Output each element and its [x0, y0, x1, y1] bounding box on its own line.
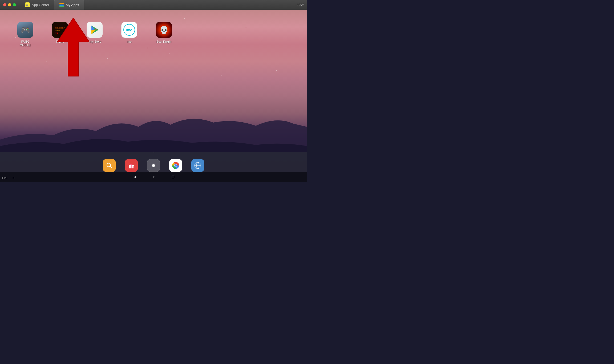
my-apps-label: My Apps	[66, 3, 79, 7]
time-display: 10:28	[297, 3, 304, 6]
svg-rect-5	[59, 5, 64, 6]
svg-point-29	[154, 166, 155, 167]
pubg-bg: 🎮	[17, 22, 33, 38]
svg-rect-2	[26, 5, 28, 5]
tab-my-apps[interactable]: My Apps	[54, 0, 84, 10]
soul-knight-bg: 💀	[156, 22, 172, 38]
app-center-label: App Center	[32, 3, 49, 7]
my-apps-icon	[59, 3, 64, 7]
app-center-icon	[25, 2, 30, 7]
taskbar-main: ^	[0, 152, 307, 172]
nav-recents-button[interactable]: □	[172, 175, 174, 179]
twau-icon: THE WOLF AMONG US	[52, 22, 68, 38]
svg-point-27	[152, 166, 153, 167]
play-store-icon	[87, 22, 103, 38]
svg-point-22	[153, 164, 154, 165]
svg-point-23	[154, 164, 155, 165]
app-pubg-mobile[interactable]: 🎮 PUBG MOBILE	[16, 22, 35, 47]
taskbar-globe-icon[interactable]	[191, 159, 204, 172]
nav-bar: ◄ ○ □	[0, 172, 307, 182]
nav-home-button[interactable]: ○	[153, 175, 156, 179]
main-content: 🎮 PUBG MOBILE THE WOLF AMONG US TWAU	[0, 10, 307, 182]
fps-value: 0	[13, 176, 15, 180]
desktop-icons: 🎮 PUBG MOBILE THE WOLF AMONG US TWAU	[16, 22, 173, 47]
svg-text:AMONG: AMONG	[55, 30, 61, 31]
app-play-store[interactable]: Play Store	[85, 22, 104, 43]
imo-label: imo	[127, 40, 132, 43]
svg-point-21	[152, 164, 153, 165]
svg-point-26	[154, 165, 155, 166]
svg-rect-6	[59, 6, 64, 7]
taskbar-search-icon[interactable]	[103, 159, 116, 172]
taskbar-chrome-icon[interactable]	[169, 159, 182, 172]
svg-line-17	[110, 166, 112, 168]
pubg-mobile-label: PUBG MOBILE	[16, 40, 35, 47]
taskbar-apps-icon[interactable]	[147, 159, 160, 172]
taskbar-gift-icon[interactable]	[125, 159, 138, 172]
svg-text:THE WOLF: THE WOLF	[55, 27, 65, 29]
soul-knight-icon: 💀	[156, 22, 172, 38]
twau-label: TWAU	[56, 40, 64, 43]
svg-point-33	[175, 164, 177, 167]
svg-point-25	[153, 165, 154, 166]
nav-back-button[interactable]: ◄	[133, 175, 137, 179]
fps-counter: FPS 0	[2, 176, 14, 180]
imo-circle: imo	[123, 24, 135, 36]
close-button[interactable]	[3, 3, 6, 6]
svg-point-28	[153, 166, 154, 167]
app-soul-knight[interactable]: 💀 Soul Knight	[155, 22, 173, 43]
pubg-mobile-icon: 🎮	[17, 22, 33, 38]
tabs: App Center My Apps	[20, 0, 84, 10]
tab-app-center[interactable]: App Center	[20, 0, 54, 10]
soul-knight-label: Soul Knight	[156, 40, 171, 43]
taskbar-icons	[103, 157, 204, 174]
svg-rect-3	[26, 5, 28, 6]
app-twau[interactable]: THE WOLF AMONG US TWAU	[51, 22, 69, 43]
play-store-label: Play Store	[88, 40, 102, 43]
twau-bg: THE WOLF AMONG US	[52, 22, 68, 38]
svg-text:US: US	[55, 32, 58, 35]
titlebar: App Center My Apps 10:28	[0, 0, 307, 10]
svg-point-24	[152, 165, 153, 166]
fps-label: FPS	[2, 176, 7, 180]
app-imo[interactable]: imo imo	[120, 22, 139, 43]
imo-icon: imo	[121, 22, 137, 38]
svg-rect-4	[59, 3, 64, 4]
traffic-lights	[0, 3, 19, 6]
taskbar-chevron[interactable]: ^	[152, 150, 156, 156]
minimize-button[interactable]	[8, 3, 11, 6]
svg-rect-1	[26, 4, 29, 4]
maximize-button[interactable]	[13, 3, 16, 6]
